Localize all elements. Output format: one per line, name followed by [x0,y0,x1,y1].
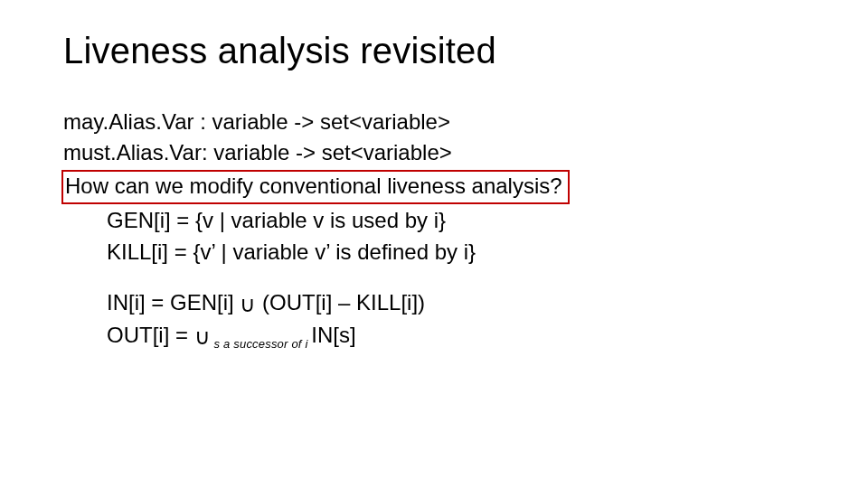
line-question-wrapper: How can we modify conventional liveness … [63,170,814,204]
highlight-box: How can we modify conventional liveness … [61,170,570,204]
out-subscript: s a successor of i [211,337,312,351]
line-in: IN[i] = GEN[i] ∪ (OUT[i] – KILL[i]) [63,288,814,319]
union-icon: ∪ [194,323,211,352]
out-rhs: IN[s] [311,323,355,347]
spacer [63,268,814,288]
line-out: OUT[i] = ∪ s a successor of i IN[s] [63,321,814,352]
line-may-alias: may.Alias.Var : variable -> set<variable… [63,108,814,136]
slide: Liveness analysis revisited may.Alias.Va… [0,0,868,488]
line-kill: KILL[i] = {v’ | variable v’ is defined b… [63,238,814,267]
union-icon: ∪ [240,290,256,319]
line-must-alias: must.Alias.Var: variable -> set<variable… [63,138,814,167]
in-lhs: IN[i] = GEN[i] [107,290,240,314]
out-lhs: OUT[i] = [107,323,194,347]
in-rhs: (OUT[i] – KILL[i]) [256,290,425,314]
slide-body: may.Alias.Var : variable -> set<variable… [63,108,814,352]
line-gen: GEN[i] = {v | variable v is used by i} [63,206,814,235]
slide-title: Liveness analysis revisited [63,31,814,71]
